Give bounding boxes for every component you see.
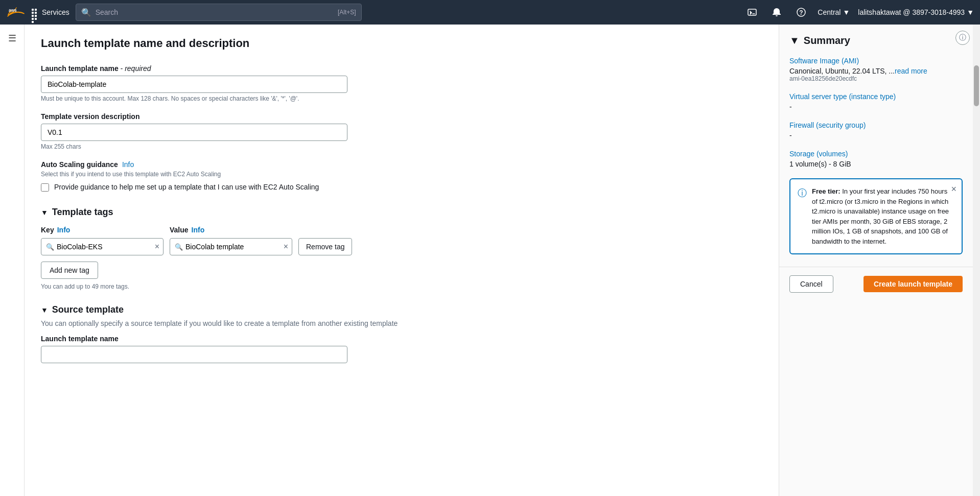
free-tier-info-icon: ⓘ <box>798 187 807 246</box>
tag-value-input[interactable] <box>170 238 292 255</box>
summary-firewall-value: - <box>789 131 963 139</box>
free-tier-text: Free tier: In your first year includes 7… <box>812 186 954 246</box>
scrollbar[interactable] <box>973 25 980 496</box>
auto-scaling-label: Auto Scaling guidance <box>41 160 118 169</box>
source-collapse-arrow: ▼ <box>41 306 48 314</box>
user-label: lalitshaktawat @ 3897-3018-4993 <box>858 8 965 16</box>
summary-storage-value: 1 volume(s) - 8 GiB <box>789 160 963 168</box>
search-bar[interactable]: 🔍 [Alt+S] <box>76 4 362 21</box>
summary-panel: ▼ Summary Software Image (AMI) Canonical… <box>779 25 973 496</box>
ami-read-more-link[interactable]: read more <box>895 67 927 75</box>
summary-title: ▼ Summary <box>789 35 963 46</box>
summary-ami-id: ami-0ea18256de20ecdfc <box>789 75 963 82</box>
bell-icon-btn[interactable] <box>768 4 785 20</box>
cancel-button[interactable]: Cancel <box>789 275 833 293</box>
services-label: Services <box>42 8 69 16</box>
template-tags-title: Template tags <box>52 207 113 218</box>
tag-key-wrapper: 🔍 × <box>41 238 164 255</box>
tag-row: 🔍 × 🔍 × Remove tag <box>41 238 762 255</box>
source-template-title: Source template <box>52 304 124 315</box>
add-tag-button[interactable]: Add new tag <box>41 262 98 279</box>
create-launch-template-button[interactable]: Create launch template <box>864 276 963 292</box>
tag-key-clear-button[interactable]: × <box>155 243 159 251</box>
auto-scaling-checkbox[interactable] <box>41 183 49 192</box>
tag-column-headers: Key Info Value Info <box>41 226 762 234</box>
summary-storage-section: Storage (volumes) 1 volume(s) - 8 GiB <box>789 150 963 168</box>
template-version-hint: Max 255 chars <box>41 143 762 150</box>
tags-count-hint: You can add up to 49 more tags. <box>41 283 762 290</box>
tag-key-column-header: Key Info <box>41 226 164 234</box>
source-template-name-input[interactable] <box>41 346 347 363</box>
summary-firewall-link[interactable]: Firewall (security group) <box>789 121 963 129</box>
template-name-group: Launch template name - required Must be … <box>41 64 762 102</box>
svg-text:?: ? <box>800 9 803 16</box>
template-name-hint: Must be unique to this account. Max 128 … <box>41 95 762 102</box>
search-input[interactable] <box>96 8 334 16</box>
source-template-header[interactable]: ▼ Source template <box>41 304 762 315</box>
template-name-label: Launch template name - required <box>41 64 762 73</box>
summary-instance-type-section: Virtual server type (instance type) - <box>789 92 963 111</box>
services-menu[interactable]: Services <box>32 8 69 16</box>
remove-tag-button[interactable]: Remove tag <box>298 238 352 255</box>
tag-value-clear-button[interactable]: × <box>284 243 288 251</box>
source-template-name-label: Launch template name <box>41 335 762 343</box>
template-version-group: Template version description Max 255 cha… <box>41 112 762 150</box>
region-dropdown-icon: ▼ <box>843 8 850 16</box>
app-body: ☰ Launch template name and description L… <box>0 25 980 496</box>
sidebar-toggle[interactable]: ☰ <box>0 25 25 496</box>
tag-value-info-link[interactable]: Info <box>192 226 205 234</box>
tag-key-input[interactable] <box>41 238 164 255</box>
tag-key-info-link[interactable]: Info <box>57 226 71 234</box>
scrollbar-thumb[interactable] <box>974 65 979 106</box>
summary-ami-value: Canonical, Ubuntu, 22.04 LTS, ...read mo… <box>789 67 963 75</box>
auto-scaling-group: Auto Scaling guidance Info Select this i… <box>41 160 762 193</box>
terminal-icon-btn[interactable] <box>744 4 760 20</box>
source-template-name-group: Launch template name <box>41 335 762 363</box>
source-template-hint: You can optionally specify a source temp… <box>41 319 762 327</box>
template-version-input[interactable] <box>41 124 347 141</box>
aws-logo[interactable]: aws <box>6 3 26 22</box>
tags-collapse-arrow: ▼ <box>41 208 48 217</box>
search-shortcut: [Alt+S] <box>338 9 356 16</box>
free-tier-box: ⓘ Free tier: In your first year includes… <box>789 178 963 254</box>
template-tags-header[interactable]: ▼ Template tags <box>41 207 762 218</box>
panel-info-icon-button[interactable]: ⓘ <box>955 31 970 45</box>
user-menu[interactable]: lalitshaktawat @ 3897-3018-4993 ▼ <box>858 8 974 16</box>
grid-icon <box>32 9 39 16</box>
nav-right: ? Central ▼ lalitshaktawat @ 3897-3018-4… <box>744 4 974 20</box>
region-selector[interactable]: Central ▼ <box>818 8 850 16</box>
region-label: Central <box>818 8 841 16</box>
auto-scaling-info-link[interactable]: Info <box>122 160 134 169</box>
auto-scaling-hint: Select this if you intend to use this te… <box>41 171 762 178</box>
tag-key-search-icon: 🔍 <box>46 243 54 251</box>
summary-collapse-arrow: ▼ <box>789 35 800 46</box>
main-content: Launch template name and description Lau… <box>25 25 779 496</box>
free-tier-close-button[interactable]: × <box>951 184 956 194</box>
summary-instance-type-link[interactable]: Virtual server type (instance type) <box>789 92 963 101</box>
top-navigation: aws Services 🔍 [Alt+S] ? Central ▼ lalit… <box>0 0 980 25</box>
summary-actions: Cancel Create launch template <box>779 267 973 301</box>
svg-rect-1 <box>748 9 756 15</box>
user-dropdown-icon: ▼ <box>967 8 974 16</box>
summary-ami-section: Software Image (AMI) Canonical, Ubuntu, … <box>789 57 963 82</box>
hamburger-icon[interactable]: ☰ <box>8 33 16 44</box>
summary-instance-type-value: - <box>789 103 963 111</box>
summary-ami-link[interactable]: Software Image (AMI) <box>789 57 963 65</box>
page-title: Launch template name and description <box>41 37 762 50</box>
search-icon: 🔍 <box>81 8 91 17</box>
tag-value-search-icon: 🔍 <box>175 243 183 251</box>
template-name-input[interactable] <box>41 76 347 93</box>
template-tags-section: ▼ Template tags Key Info Value Info <box>41 207 762 290</box>
svg-text:aws: aws <box>9 8 17 13</box>
auto-scaling-checkbox-group: Provide guidance to help me set up a tem… <box>41 182 762 193</box>
summary-storage-link[interactable]: Storage (volumes) <box>789 150 963 158</box>
summary-firewall-section: Firewall (security group) - <box>789 121 963 139</box>
tag-value-column-header: Value Info <box>170 226 292 234</box>
source-template-section: ▼ Source template You can optionally spe… <box>41 304 762 363</box>
help-icon-btn[interactable]: ? <box>793 4 809 20</box>
auto-scaling-checkbox-label: Provide guidance to help me set up a tem… <box>54 182 319 193</box>
template-version-label: Template version description <box>41 112 762 121</box>
tag-value-wrapper: 🔍 × <box>170 238 292 255</box>
